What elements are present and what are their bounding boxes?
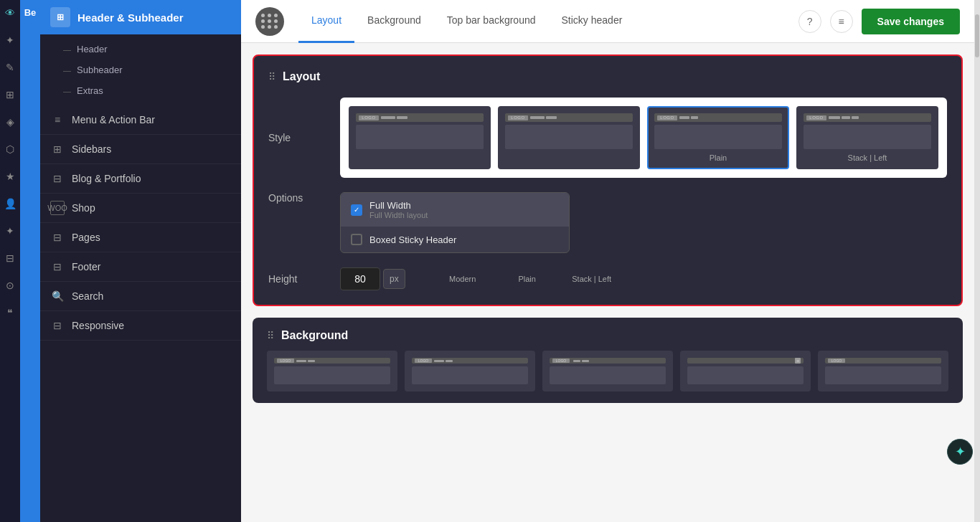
topbar-tabs: Layout Background Top bar background Sti… xyxy=(298,0,798,43)
woo-icon[interactable]: ✦ xyxy=(3,224,17,238)
topbar-actions: ? ≡ Save changes xyxy=(798,9,960,34)
sidebar-item-label: Shop xyxy=(72,202,95,214)
eye-icon[interactable]: 👁 xyxy=(3,6,17,20)
sidebar-sub-items: — Header — Subheader — Extras xyxy=(40,34,241,105)
menu-icon: ≡ xyxy=(50,113,65,127)
bg-card-2[interactable]: LOGO xyxy=(405,351,535,392)
options-dropdown: ✓ Full Width Full Width layout Boxed Sti… xyxy=(340,192,570,253)
bg-card-4[interactable]: ≡ xyxy=(680,351,811,392)
sidebar-header[interactable]: ⊞ Header & Subheader xyxy=(40,0,241,34)
checkbox-boxed-sticky[interactable] xyxy=(351,234,362,245)
sidebar-item-label: Search xyxy=(72,290,103,302)
blog-icon: ⊟ xyxy=(50,171,65,186)
sidebar-sub-item-header[interactable]: — Header xyxy=(40,39,241,60)
be-badge: Be xyxy=(20,0,40,522)
bg-title: Background xyxy=(281,329,348,342)
sidebar-sub-item-label: Extras xyxy=(77,85,103,96)
sidebar-item-menu-action-bar[interactable]: ≡ Menu & Action Bar xyxy=(40,105,241,135)
ai-assistant-button[interactable]: ✦ xyxy=(947,439,973,465)
notes-icon-button[interactable]: ≡ xyxy=(830,10,853,33)
icon-bar: 👁 ✦ ✎ ⊞ ◈ ⬡ ★ 👤 ✦ ⊟ ⊙ ❝ xyxy=(0,0,20,522)
section-header: ⠿ Layout xyxy=(268,70,947,83)
sidebar-header-icon: ⊞ xyxy=(50,7,70,27)
edit-icon[interactable]: ✎ xyxy=(3,60,17,75)
sidebar-item-blog-portfolio[interactable]: ⊟ Blog & Portfolio xyxy=(40,164,241,194)
dropdown-item-full-width[interactable]: ✓ Full Width Full Width layout xyxy=(341,193,569,227)
full-width-label: Full Width xyxy=(369,200,428,211)
options-label: Options xyxy=(268,192,340,204)
sidebar-item-shop[interactable]: WOO Shop xyxy=(40,194,241,223)
sidebar-item-label: Blog & Portfolio xyxy=(72,173,141,184)
sidebar-item-footer[interactable]: ⊟ Footer xyxy=(40,252,241,282)
tab-top-bar-background[interactable]: Top bar background xyxy=(434,0,549,43)
pages-icon[interactable]: ⊟ xyxy=(3,251,17,265)
sidebar-sub-item-extras[interactable]: — Extras xyxy=(40,80,241,101)
height-row: Height px Modern Plain Stack | Left xyxy=(268,267,947,290)
user-icon[interactable]: 👤 xyxy=(3,196,17,211)
style-card-2[interactable]: LOGO xyxy=(498,106,640,169)
height-label: Height xyxy=(268,273,340,285)
sidebar-item-label: Sidebars xyxy=(72,143,111,155)
sidebars-icon: ⊞ xyxy=(50,142,65,156)
bg-card-1[interactable]: LOGO xyxy=(267,351,397,392)
bg-card-5[interactable]: LOGO xyxy=(818,351,948,392)
footer-icon: ⊟ xyxy=(50,260,65,274)
sidebar-item-label: Responsive xyxy=(72,320,124,331)
sidebar: ⊞ Header & Subheader — Header — Subheade… xyxy=(40,0,241,522)
dash-icon: — xyxy=(63,87,71,95)
bottom-label-modern: Modern xyxy=(434,275,491,283)
style-card-1[interactable]: LOGO xyxy=(349,106,491,169)
px-unit-label: px xyxy=(383,269,405,289)
sidebar-item-responsive[interactable]: ⊟ Responsive xyxy=(40,311,241,341)
tab-layout[interactable]: Layout xyxy=(298,0,354,43)
checkbox-full-width[interactable]: ✓ xyxy=(351,204,362,216)
tab-background[interactable]: Background xyxy=(354,0,434,43)
style-icon[interactable]: ◈ xyxy=(3,115,17,129)
style-card-plain[interactable]: LOGO Plain xyxy=(647,106,789,169)
sidebar-item-label: Footer xyxy=(72,261,100,272)
background-section: ⠿ Background LOGO LOGO xyxy=(253,318,963,403)
save-changes-button[interactable]: Save changes xyxy=(862,9,960,34)
drag-icon: ⠿ xyxy=(268,71,275,82)
bg-drag-icon: ⠿ xyxy=(267,330,274,341)
shop-icon: WOO xyxy=(50,201,65,215)
scrollbar-thumb[interactable] xyxy=(975,14,979,57)
style-label: Style xyxy=(268,132,340,143)
topbar: Layout Background Top bar background Sti… xyxy=(241,0,974,43)
customize-icon[interactable]: ✦ xyxy=(3,33,17,47)
help-icon-button[interactable]: ? xyxy=(798,10,821,33)
style-card-plain-label: Plain xyxy=(654,153,782,162)
responsive-icon: ⊟ xyxy=(50,318,65,333)
circle-icon[interactable]: ⊙ xyxy=(3,278,17,293)
grid-dots-icon[interactable] xyxy=(255,7,284,36)
tab-sticky-header[interactable]: Sticky header xyxy=(549,0,636,43)
sidebar-item-sidebars[interactable]: ⊞ Sidebars xyxy=(40,135,241,164)
full-width-sublabel: Full Width layout xyxy=(369,211,428,219)
height-input[interactable] xyxy=(340,267,380,290)
sidebar-item-label: Pages xyxy=(72,232,100,243)
sidebar-item-pages[interactable]: ⊟ Pages xyxy=(40,223,241,252)
bg-options: LOGO LOGO LOGO xyxy=(267,351,948,392)
dash-icon: — xyxy=(63,66,71,75)
dash-icon: — xyxy=(63,45,71,54)
modules-icon[interactable]: ⊞ xyxy=(3,87,17,102)
bottom-label-stack-left: Stack | Left xyxy=(563,275,621,283)
search-nav-icon: 🔍 xyxy=(50,289,65,303)
layout-section: ⠿ Layout Style LOGO xyxy=(253,54,963,306)
dropdown-item-boxed-sticky[interactable]: Boxed Sticky Header xyxy=(341,227,569,252)
bottom-label-plain: Plain xyxy=(499,275,556,283)
sidebar-sub-item-label: Subheader xyxy=(77,65,123,75)
style-card-stack-left[interactable]: LOGO Stack | Left xyxy=(796,106,938,169)
style-card-stack-label: Stack | Left xyxy=(804,153,931,162)
hex-icon[interactable]: ⬡ xyxy=(3,142,17,156)
sidebar-item-search[interactable]: 🔍 Search xyxy=(40,282,241,311)
bg-card-3[interactable]: LOGO xyxy=(542,351,673,392)
quote-icon[interactable]: ❝ xyxy=(3,305,17,320)
scrollbar-track[interactable] xyxy=(974,0,980,522)
section-title: Layout xyxy=(283,70,320,83)
sidebar-sub-item-subheader[interactable]: — Subheader xyxy=(40,60,241,80)
boxed-sticky-label: Boxed Sticky Header xyxy=(369,234,456,245)
star-icon[interactable]: ★ xyxy=(3,169,17,184)
content-area: ⠿ Layout Style LOGO xyxy=(241,43,974,522)
sidebar-header-label: Header & Subheader xyxy=(77,11,184,24)
